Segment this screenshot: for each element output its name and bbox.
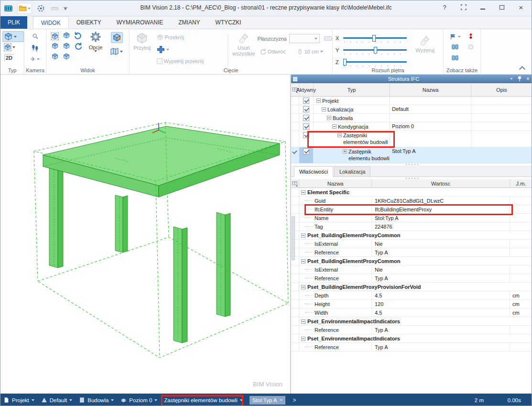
collapse-ribbon-button[interactable] xyxy=(520,66,524,69)
tab-zmiany[interactable]: ZMIANY xyxy=(171,16,207,29)
column-header-typ[interactable]: Typ xyxy=(314,83,390,97)
property-group-row[interactable]: Pset_BuildingElementProxyCommon xyxy=(291,231,532,240)
tab-wtyczki[interactable]: WTYCZKI xyxy=(208,16,249,29)
property-row[interactable]: IfcEntityIfcBuildingElementProxy xyxy=(291,205,532,214)
tree-expander-icon[interactable] xyxy=(316,99,321,103)
status-item-2[interactable]: Budowla xyxy=(79,397,114,403)
close-button[interactable]: × xyxy=(517,3,525,11)
minimize-button[interactable] xyxy=(479,3,487,11)
property-row[interactable]: ReferenceTyp A xyxy=(291,326,532,334)
fullscreen-button[interactable] xyxy=(460,3,467,11)
status-item-dropdown-icon[interactable] xyxy=(69,399,72,401)
slider-x-thumb[interactable] xyxy=(372,35,376,42)
column-header-opis[interactable]: Opis xyxy=(471,83,532,97)
zoom-camera-button[interactable] xyxy=(30,32,41,41)
status-item-dropdown-icon[interactable] xyxy=(280,399,282,401)
column-header-prop-wartosc[interactable]: Wartosc xyxy=(372,179,510,188)
walk-mode-button[interactable] xyxy=(29,42,41,53)
remove-plane-button[interactable] xyxy=(324,36,332,41)
active-checkbox[interactable] xyxy=(303,115,309,121)
property-group-row[interactable]: Pset_BuildingElementProxyProvisionForVoi… xyxy=(291,283,532,291)
tree-row[interactable]: Budowla xyxy=(291,114,532,122)
add-section-plane-button[interactable] xyxy=(155,44,226,55)
compare-models-button[interactable] xyxy=(452,44,458,52)
options-dropdown-icon[interactable] xyxy=(94,50,97,52)
viewport-3d[interactable]: BIM Vision xyxy=(0,75,291,394)
property-row[interactable]: Guid1KRrCuZ81CaBdGi1_DLwzC xyxy=(291,197,532,205)
column-header-prop-nazwa[interactable]: Nazwa xyxy=(299,179,372,188)
status-item-dropdown-icon[interactable] xyxy=(154,399,157,401)
tree-expander-icon[interactable] xyxy=(332,124,337,129)
links-button[interactable] xyxy=(467,33,474,41)
zoom-fit-view-button[interactable] xyxy=(52,33,58,40)
group-expander-icon[interactable] xyxy=(301,233,305,238)
fly-mode-button[interactable]: ✈ xyxy=(29,54,42,64)
property-row[interactable]: Width4.5cm xyxy=(291,308,532,317)
column-chooser-icon-2[interactable] xyxy=(291,179,299,188)
explode-z-slider[interactable] xyxy=(343,58,407,66)
property-row[interactable]: ReferenceTyp A xyxy=(291,274,532,283)
property-row[interactable]: ReferenceTyp A xyxy=(291,248,532,257)
view-right-button[interactable] xyxy=(63,53,70,62)
group-expander-icon[interactable] xyxy=(301,190,305,195)
view-isometric-button[interactable] xyxy=(52,43,58,51)
panel-menu-icon[interactable] xyxy=(510,78,513,80)
property-row[interactable]: NameStol:Typ A xyxy=(291,214,532,222)
tree-row[interactable]: Zastępnik elementu budowliStol:Typ A xyxy=(291,147,532,164)
status-item-3[interactable]: Poziom 0 xyxy=(120,397,157,403)
tree-expander-icon[interactable] xyxy=(327,116,331,120)
tree-row[interactable]: KondygnacjaPoziom 0 xyxy=(291,122,532,131)
status-item-dropdown-icon[interactable] xyxy=(111,399,114,401)
column-header-nazwa[interactable]: Nazwa xyxy=(390,83,471,97)
slider-z-thumb[interactable] xyxy=(343,59,347,66)
minimap-button[interactable] xyxy=(109,46,125,57)
view-hidden-line-button[interactable] xyxy=(2,43,24,52)
flags-button[interactable] xyxy=(448,32,463,42)
view-2d-button[interactable]: 2D xyxy=(2,53,24,63)
plane-select[interactable] xyxy=(289,34,320,43)
property-row[interactable]: Depth4.5cm xyxy=(291,291,532,300)
options-button[interactable]: Opcje xyxy=(89,44,103,50)
active-checkbox[interactable] xyxy=(303,132,309,138)
property-row[interactable]: Tag224876 xyxy=(291,222,532,231)
tab-wlasciwosci[interactable]: Właściwości xyxy=(294,166,333,177)
property-row[interactable]: Height120cm xyxy=(291,300,532,308)
status-item-dropdown-icon[interactable] xyxy=(240,399,243,401)
tree-expander-icon[interactable] xyxy=(343,149,347,154)
rotate-right-button[interactable] xyxy=(74,42,82,52)
merge-models-button[interactable] xyxy=(452,55,458,63)
column-header-aktywny[interactable]: Aktywny xyxy=(299,83,314,97)
view-front-button[interactable] xyxy=(52,53,58,62)
tree-expander-icon[interactable] xyxy=(337,133,342,137)
panel-pin-icon[interactable] xyxy=(516,76,523,82)
property-group-row[interactable]: Element Specific xyxy=(291,188,532,197)
group-expander-icon[interactable] xyxy=(301,259,305,263)
view-top-button[interactable] xyxy=(63,32,70,41)
property-row[interactable]: IsExternalNie xyxy=(291,265,532,274)
tree-node[interactable]: Lokalizacja xyxy=(314,106,353,113)
active-checkbox[interactable] xyxy=(303,98,309,104)
property-group-row[interactable]: Pset_EnvironmentalImpactIndicators xyxy=(291,317,532,326)
tab-wymiarowanie[interactable]: WYMIAROWANIE xyxy=(109,16,171,29)
tab-lokalizacja[interactable]: Lokalizacja xyxy=(334,166,370,176)
properties-scrollbar-grip[interactable] xyxy=(292,216,295,260)
status-item-0[interactable]: Projekt xyxy=(3,397,34,403)
structure-panel-titlebar[interactable]: Struktura IFC × xyxy=(291,75,532,83)
maximize-button[interactable] xyxy=(498,3,506,11)
explode-x-slider[interactable] xyxy=(343,34,407,42)
status-item-1[interactable]: Default xyxy=(41,397,72,403)
tab-obiekty[interactable]: OBIEKTY xyxy=(69,16,109,29)
group-expander-icon[interactable] xyxy=(301,319,305,324)
tab-plik[interactable]: PLIK xyxy=(0,16,27,29)
tree-node[interactable]: Projekt xyxy=(314,98,338,104)
tree-node[interactable]: Zastępniki elementów budowli xyxy=(314,132,390,145)
tree-node[interactable]: Kondygnacja xyxy=(314,123,369,130)
options-gear-icon[interactable] xyxy=(90,31,101,44)
property-row[interactable]: ReferenceTyp A xyxy=(291,343,532,351)
color-mode-button[interactable] xyxy=(111,32,123,43)
tree-node[interactable]: Budowla xyxy=(314,115,353,121)
column-header-prop-jm[interactable]: J.m. xyxy=(510,179,532,188)
tree-row[interactable]: Zastępniki elementów budowli xyxy=(291,131,532,147)
help-button[interactable]: ? xyxy=(441,3,448,11)
tree-node[interactable]: Zastępnik elementu budowli xyxy=(314,148,390,162)
